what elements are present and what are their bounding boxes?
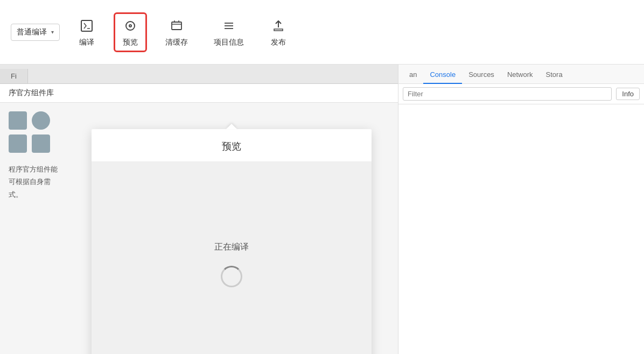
component-title: 序官方组件库 bbox=[9, 88, 54, 97]
toolbar: 普通编译 ▾ 编译 预览 bbox=[0, 0, 644, 65]
publish-icon bbox=[270, 17, 287, 34]
publish-button[interactable]: 发布 bbox=[262, 13, 295, 52]
svg-point-4 bbox=[130, 25, 131, 26]
tab-sources[interactable]: Sources bbox=[462, 66, 501, 84]
compile-button[interactable]: 编译 bbox=[71, 13, 103, 52]
compile-mode-label: 普通编译 bbox=[17, 27, 47, 37]
preview-dropdown-title: 预览 bbox=[92, 129, 372, 162]
right-panel: an Console Sources Network Stora Info bbox=[398, 65, 644, 354]
select-arrow-icon: ▾ bbox=[51, 29, 54, 35]
console-content bbox=[398, 104, 644, 354]
project-info-icon bbox=[220, 17, 237, 34]
tab-fi[interactable]: Fi bbox=[0, 69, 28, 83]
tab-storage[interactable]: Stora bbox=[540, 66, 569, 84]
devtools-tabs: an Console Sources Network Stora bbox=[398, 65, 644, 84]
publish-label: 发布 bbox=[271, 38, 286, 47]
svg-rect-0 bbox=[81, 20, 92, 31]
project-info-button[interactable]: 项目信息 bbox=[206, 13, 251, 52]
clear-cache-button[interactable]: 清缓存 bbox=[158, 13, 195, 52]
preview-button[interactable]: 预览 bbox=[114, 12, 147, 52]
info-button[interactable]: Info bbox=[616, 88, 640, 100]
project-info-label: 项目信息 bbox=[214, 38, 244, 47]
comp-icon-2 bbox=[32, 111, 50, 130]
compile-icon bbox=[78, 17, 95, 34]
preview-label: 预览 bbox=[123, 38, 138, 47]
compile-label: 编译 bbox=[79, 38, 94, 47]
filter-input[interactable] bbox=[403, 87, 612, 101]
clear-cache-label: 清缓存 bbox=[165, 38, 188, 47]
svg-rect-5 bbox=[172, 22, 181, 30]
comp-icon-4 bbox=[32, 134, 50, 153]
clear-cache-icon bbox=[168, 17, 185, 34]
loading-spinner bbox=[221, 266, 242, 287]
main-content: Fi 序官方组件库 程序官方组件能 可根据自身需 式。 bbox=[0, 65, 644, 354]
compile-mode-select[interactable]: 普通编译 ▾ bbox=[11, 24, 60, 41]
compiling-text: 正在编译 bbox=[214, 242, 249, 253]
preview-dropdown: 预览 正在编译 bbox=[92, 129, 372, 354]
preview-dropdown-body: 正在编译 bbox=[92, 162, 372, 354]
comp-icon-1 bbox=[9, 111, 27, 130]
tab-an[interactable]: an bbox=[403, 66, 423, 84]
comp-icon-3 bbox=[9, 134, 27, 153]
tab-network[interactable]: Network bbox=[501, 66, 540, 84]
left-tabs: Fi bbox=[0, 65, 398, 84]
tab-console[interactable]: Console bbox=[423, 66, 462, 84]
component-title-bar: 序官方组件库 bbox=[0, 84, 398, 103]
preview-icon bbox=[122, 17, 139, 34]
filter-bar: Info bbox=[398, 84, 644, 104]
